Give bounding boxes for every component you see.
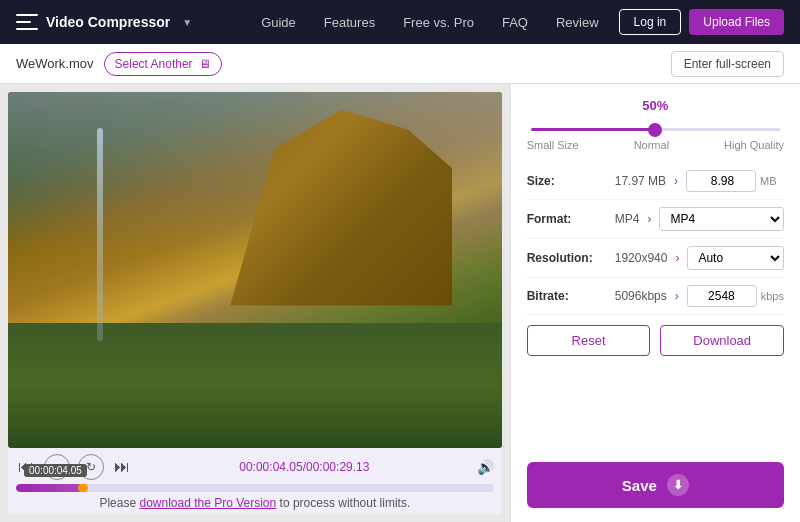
fullscreen-button[interactable]: Enter full-screen xyxy=(671,51,784,77)
slider-labels: Small Size Normal High Quality xyxy=(527,139,784,151)
quality-section: 50% Small Size Normal High Quality xyxy=(527,98,784,151)
file-name: WeWork.mov xyxy=(16,56,94,71)
video-thumbnail xyxy=(8,92,502,448)
bitrate-unit: kbps xyxy=(761,290,784,302)
pro-version-link[interactable]: download the Pro Version xyxy=(139,496,276,510)
timeline-progress xyxy=(16,484,83,492)
login-button[interactable]: Log in xyxy=(619,9,682,35)
volume-icon[interactable]: 🔊 xyxy=(477,459,494,475)
bitrate-arrow-icon: › xyxy=(675,289,679,303)
logo-text: Video Compressor xyxy=(46,14,170,30)
nav-link-features[interactable]: Features xyxy=(324,15,375,30)
select-another-button[interactable]: Select Another 🖥 xyxy=(104,52,222,76)
format-original: MP4 xyxy=(615,212,640,226)
promo-text: Please download the Pro Version to proce… xyxy=(16,496,494,510)
time-badge: 00:00:04.05 xyxy=(24,464,87,477)
bitrate-input[interactable] xyxy=(687,285,757,307)
time-display: 00:00:04.05/00:00:29.13 xyxy=(239,460,369,474)
logo-caret[interactable]: ▼ xyxy=(182,17,192,28)
size-label: Size: xyxy=(527,174,607,188)
size-original: 17.97 MB xyxy=(615,174,666,188)
skip-button[interactable]: ⏭ xyxy=(112,456,132,478)
nav-links: Guide Features Free vs. Pro FAQ Review xyxy=(261,15,598,30)
size-input-group: MB xyxy=(686,170,784,192)
monitor-icon: 🖥 xyxy=(199,57,211,71)
toolbar: WeWork.mov Select Another 🖥 Enter full-s… xyxy=(0,44,800,84)
save-arrow-icon: ⬇ xyxy=(667,474,689,496)
select-another-label: Select Another xyxy=(115,57,193,71)
bitrate-label: Bitrate: xyxy=(527,289,607,303)
label-small-size: Small Size xyxy=(527,139,579,151)
size-unit: MB xyxy=(760,175,777,187)
hamburger-icon xyxy=(16,14,38,30)
size-input[interactable] xyxy=(686,170,756,192)
format-arrow-icon: › xyxy=(647,212,651,226)
quality-percent: 50% xyxy=(527,98,784,113)
resolution-input-group: Auto 1920x1080 1280x720 854x480 640x360 xyxy=(687,246,784,270)
format-row: Format: MP4 › MP4 MOV AVI MKV WebM xyxy=(527,200,784,239)
save-section: Save ⬇ xyxy=(527,462,784,508)
size-arrow-icon: › xyxy=(674,174,678,188)
resolution-row: Resolution: 1920x940 › Auto 1920x1080 12… xyxy=(527,239,784,278)
format-label: Format: xyxy=(527,212,607,226)
save-label: Save xyxy=(622,477,657,494)
nav-link-guide[interactable]: Guide xyxy=(261,15,296,30)
action-buttons: Reset Download xyxy=(527,315,784,364)
format-input-group: MP4 MOV AVI MKV WebM xyxy=(659,207,784,231)
label-normal: Normal xyxy=(634,139,669,151)
video-container xyxy=(8,92,502,448)
current-time: 00:00:04.05 xyxy=(239,460,302,474)
save-button[interactable]: Save ⬇ xyxy=(527,462,784,508)
resolution-label: Resolution: xyxy=(527,251,607,265)
slider-wrapper xyxy=(531,117,780,135)
nav-link-faq[interactable]: FAQ xyxy=(502,15,528,30)
reset-button[interactable]: Reset xyxy=(527,325,651,356)
format-select[interactable]: MP4 MOV AVI MKV WebM xyxy=(659,207,784,231)
video-controls: ⏮ ▶ ↻ ⏭ 00:00:04.05/00:00:29.13 🔊 00:00:… xyxy=(8,448,502,514)
download-button[interactable]: Download xyxy=(660,325,784,356)
nav-link-free-vs-pro[interactable]: Free vs. Pro xyxy=(403,15,474,30)
controls-row: ⏮ ▶ ↻ ⏭ 00:00:04.05/00:00:29.13 🔊 xyxy=(16,454,494,480)
bitrate-original: 5096kbps xyxy=(615,289,667,303)
nav-link-review[interactable]: Review xyxy=(556,15,599,30)
resolution-arrow-icon: › xyxy=(675,251,679,265)
resolution-select[interactable]: Auto 1920x1080 1280x720 854x480 640x360 xyxy=(687,246,784,270)
timeline-container: 00:00:04.05 xyxy=(16,484,494,492)
size-row: Size: 17.97 MB › MB xyxy=(527,163,784,200)
resolution-original: 1920x940 xyxy=(615,251,668,265)
navbar: Video Compressor ▼ Guide Features Free v… xyxy=(0,0,800,44)
video-panel: ⏮ ▶ ↻ ⏭ 00:00:04.05/00:00:29.13 🔊 00:00:… xyxy=(0,84,510,522)
upload-files-button[interactable]: Upload Files xyxy=(689,9,784,35)
settings-panel: 50% Small Size Normal High Quality Size:… xyxy=(510,84,800,522)
label-high-quality: High Quality xyxy=(724,139,784,151)
bitrate-input-group: kbps xyxy=(687,285,784,307)
bitrate-row: Bitrate: 5096kbps › kbps xyxy=(527,278,784,315)
timeline-thumb[interactable] xyxy=(78,484,88,492)
total-time: 00:00:29.13 xyxy=(306,460,369,474)
timeline-track[interactable] xyxy=(16,484,494,492)
nav-logo: Video Compressor ▼ xyxy=(16,14,192,30)
main-content: ⏮ ▶ ↻ ⏭ 00:00:04.05/00:00:29.13 🔊 00:00:… xyxy=(0,84,800,522)
quality-slider[interactable] xyxy=(531,128,780,131)
